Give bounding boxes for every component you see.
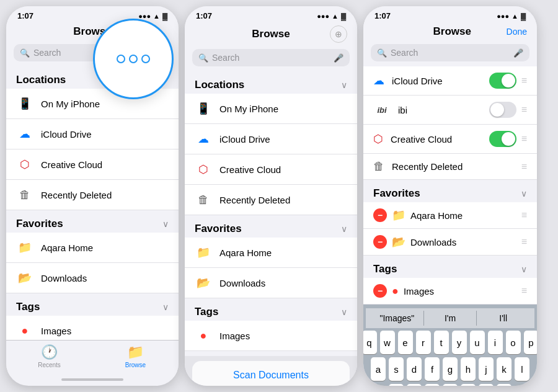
key-z[interactable]: z (389, 384, 404, 386)
key-a[interactable]: a (371, 357, 386, 381)
key-v[interactable]: v (443, 384, 458, 386)
favorites-chevron-3: ∨ (521, 189, 527, 198)
list-item-creative[interactable]: ⬡ Creative Cloud (6, 149, 179, 180)
key-shift[interactable]: ⇧ (366, 384, 386, 386)
search-mic-2: 🎤 (334, 53, 343, 63)
key-l[interactable]: l (515, 357, 529, 381)
signal-icon-3: ●●● (497, 12, 509, 20)
list-item-aqara[interactable]: 📁 Aqara Home (6, 233, 179, 263)
folder-yellow-icon-2: 📂 (195, 274, 212, 292)
key-s[interactable]: s (389, 357, 404, 381)
key-q[interactable]: q (363, 331, 377, 354)
phone-3: 1:07 ●●● ▲ ▓ Browse Done 🔍 Search 🎤 ☁ iC… (363, 6, 537, 386)
key-e[interactable]: e (398, 331, 413, 354)
remove-aqara-btn[interactable]: − (373, 208, 387, 222)
folder-blue-icon-1: 📁 (16, 239, 33, 256)
more-options-overlay[interactable] (93, 19, 174, 99)
toggle-recently-left: 🗑 Recently Deleted (373, 160, 463, 173)
item-label-creative-2: Creative Cloud (219, 164, 281, 175)
folder-yellow-icon-3: 📂 (392, 235, 405, 249)
remove-images-btn[interactable]: − (373, 284, 387, 298)
tags-images-3[interactable]: − ● Images ≡ (363, 278, 537, 305)
key-j[interactable]: j (479, 357, 494, 381)
scan-documents-btn[interactable]: Scan Documents (192, 361, 350, 386)
autocomplete-images[interactable]: "Images" (371, 311, 424, 326)
key-c[interactable]: c (425, 384, 440, 386)
search-bar-2[interactable]: 🔍 Search 🎤 (192, 49, 350, 66)
key-u[interactable]: u (470, 331, 485, 354)
key-b[interactable]: b (461, 384, 476, 386)
images-label-3: Images (404, 286, 434, 296)
icloud-icon-2: ☁ (195, 130, 212, 148)
key-delete[interactable]: ⌫ (515, 384, 534, 386)
icloud-toggle[interactable] (489, 73, 516, 89)
ibi-toggle[interactable] (489, 102, 516, 118)
tab-browse-1[interactable]: 📁 Browse (92, 344, 179, 368)
favorites-downloads-3[interactable]: − 📂 Downloads ≡ (363, 229, 537, 256)
key-k[interactable]: k (497, 357, 512, 381)
remove-downloads-btn[interactable]: − (373, 235, 387, 249)
key-p[interactable]: p (524, 331, 538, 354)
item-label-aqara-2: Aqara Home (219, 247, 272, 258)
creative-cloud-icon: ⬡ (16, 156, 33, 173)
action-sheet: Scan Documents (192, 361, 350, 386)
list-item-downloads-2[interactable]: 📂 Downloads (185, 268, 357, 298)
item-label-icloud: iCloud Drive (41, 129, 92, 140)
key-g[interactable]: g (443, 357, 458, 381)
key-r[interactable]: r (416, 331, 431, 354)
locations-header-2: Locations ∨ (185, 71, 357, 94)
list-item-downloads[interactable]: 📂 Downloads (6, 263, 179, 293)
search-icon-3: 🔍 (377, 48, 387, 58)
list-item-on-my-iphone-2[interactable]: 📱 On My iPhone (185, 94, 357, 124)
red-dot-icon-1: ● (16, 322, 33, 339)
key-f[interactable]: f (425, 357, 440, 381)
tags-title-1: Tags (16, 301, 40, 313)
key-w[interactable]: w (380, 331, 395, 354)
key-row-1: q w e r t y u i o p (366, 331, 534, 354)
key-d[interactable]: d (407, 357, 422, 381)
autocomplete-im[interactable]: I'm (424, 311, 477, 326)
key-y[interactable]: y (452, 331, 467, 354)
list-item-recently-deleted-2[interactable]: 🗑 Recently Deleted (185, 185, 357, 215)
search-placeholder-3: Search (391, 48, 418, 58)
tags-chevron-3: ∨ (521, 264, 527, 274)
list-item-images-2[interactable]: ● Images (185, 321, 357, 351)
key-i[interactable]: i (488, 331, 503, 354)
dot-2 (129, 55, 138, 63)
key-o[interactable]: o (506, 331, 521, 354)
search-mic-3: 🎤 (513, 48, 523, 58)
ibi-drag: ≡ (521, 104, 527, 115)
key-n[interactable]: n (479, 384, 494, 386)
tags-title-2: Tags (195, 306, 218, 318)
item-label-recently-deleted: Recently Deleted (41, 190, 112, 200)
images-drag: ≡ (521, 285, 527, 296)
more-icon-2[interactable]: ⊕ (330, 25, 347, 43)
creative-toggle[interactable] (489, 131, 516, 147)
item-label-icloud-2: iCloud Drive (219, 134, 270, 145)
key-m[interactable]: m (497, 384, 512, 386)
tab-recents-1[interactable]: 🕐 Recents (6, 344, 92, 368)
list-item-creative-2[interactable]: ⬡ Creative Cloud (185, 154, 357, 185)
recents-label-1: Recents (38, 362, 61, 368)
autocomplete-ill[interactable]: I'll (477, 311, 529, 326)
list-item-recently-deleted[interactable]: 🗑 Recently Deleted (6, 180, 179, 210)
search-placeholder-2: Search (212, 53, 239, 63)
done-btn[interactable]: Done (507, 27, 527, 37)
tags-header-3: Tags ∨ (363, 256, 537, 278)
toggle-creative: ⬡ Creative Cloud ≡ (363, 125, 537, 154)
key-h[interactable]: h (461, 357, 476, 381)
tags-title-3: Tags (373, 263, 397, 275)
key-x[interactable]: x (407, 384, 422, 386)
toggle-creative-left: ⬡ Creative Cloud (373, 132, 452, 146)
list-item-icloud-2[interactable]: ☁ iCloud Drive (185, 124, 357, 154)
list-item-images[interactable]: ● Images (6, 316, 179, 340)
favorites-aqara-3[interactable]: − 📁 Aqara Home ≡ (363, 202, 537, 229)
list-item-aqara-2[interactable]: 📁 Aqara Home (185, 238, 357, 268)
battery-icon-3: ▓ (521, 12, 526, 20)
trash-icon: 🗑 (16, 186, 33, 203)
key-t[interactable]: t (434, 331, 449, 354)
list-item-icloud[interactable]: ☁ iCloud Drive (6, 119, 179, 149)
downloads-drag: ≡ (521, 236, 527, 247)
search-bar-3[interactable]: 🔍 Search 🎤 (371, 44, 529, 61)
search-icon-2: 🔍 (198, 53, 208, 63)
